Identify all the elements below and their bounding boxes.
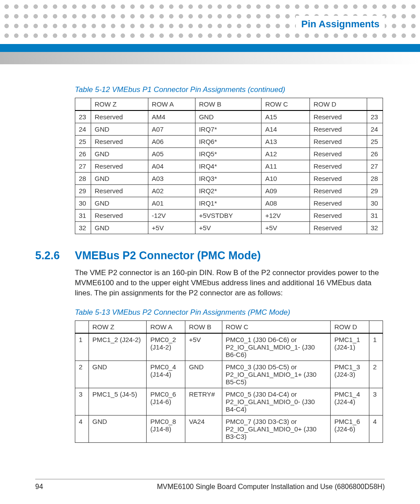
table-cell: +5V <box>195 222 261 234</box>
table-cell: GND <box>88 361 147 388</box>
table-cell: Reserved <box>310 197 367 210</box>
document-title: MVME6100 Single Board Computer Installat… <box>157 483 385 491</box>
table-cell: A15 <box>262 110 310 123</box>
table-cell: Reserved <box>310 210 367 222</box>
page-content: Table 5-12 VMEbus P1 Connector Pin Assig… <box>0 70 420 443</box>
table-cell: GND <box>91 123 148 136</box>
table-cell: 24 <box>367 123 383 136</box>
table-cell: VA24 <box>185 415 222 442</box>
page-header: Pin Assignments <box>0 0 420 70</box>
table-cell: RETRY# <box>185 388 222 415</box>
table-cell: AM4 <box>148 110 195 123</box>
table1-header-cell: ROW Z <box>91 98 148 111</box>
table2-header-cell: ROW A <box>147 320 185 333</box>
table-cell: IRQ7* <box>195 123 261 136</box>
table-cell: 3 <box>369 388 383 415</box>
table1-header-cell: ROW D <box>310 98 367 111</box>
table-cell: GND <box>91 197 148 210</box>
table-cell: A07 <box>148 123 195 136</box>
table-cell: 27 <box>367 160 383 173</box>
table2-header-row: ROW Z ROW A ROW B ROW C ROW D <box>75 320 383 333</box>
table-row: 24GNDA07IRQ7*A14Reserved24 <box>75 123 383 136</box>
table-cell: A05 <box>148 148 195 160</box>
table-cell: A11 <box>262 160 310 173</box>
table-cell: PMC1_1 (J24-1) <box>331 333 369 361</box>
table-cell: 26 <box>367 148 383 160</box>
table-cell: PMC0_2 (J14-2) <box>147 333 185 361</box>
table-row: 27ReservedA04IRQ4*A11Reserved27 <box>75 160 383 173</box>
table-cell: A01 <box>148 197 195 210</box>
table-cell: IRQ4* <box>195 160 261 173</box>
table-cell: IRQ1* <box>195 197 261 210</box>
table-cell: 2 <box>369 361 383 388</box>
table-cell: Reserved <box>91 210 148 222</box>
table1-header-cell: ROW A <box>148 98 195 111</box>
table-row: 23ReservedAM4GNDA15Reserved23 <box>75 110 383 123</box>
table-cell: PMC0_4 (J14-4) <box>147 361 185 388</box>
table-cell: GND <box>91 173 148 185</box>
section-body: The VME P2 connector is an 160-pin DIN. … <box>75 268 380 298</box>
table1-header-cell <box>75 98 91 111</box>
table-cell: A10 <box>262 173 310 185</box>
table2-header-cell <box>75 320 89 333</box>
table-p1-pin-assignments: ROW Z ROW A ROW B ROW C ROW D 23Reserved… <box>75 98 383 234</box>
table-cell: Reserved <box>310 110 367 123</box>
table-cell: PMC1_4 (J24-4) <box>331 388 369 415</box>
table-cell: GND <box>88 415 147 442</box>
table-cell: 30 <box>75 197 91 210</box>
table-cell: A14 <box>262 123 310 136</box>
table-row: 26GNDA05IRQ5*A12Reserved26 <box>75 148 383 160</box>
table-cell: 29 <box>367 185 383 197</box>
table-cell: 30 <box>367 197 383 210</box>
table-cell: GND <box>91 222 148 234</box>
header-blue-bar <box>0 44 420 52</box>
table-cell: 3 <box>75 388 89 415</box>
table-cell: 28 <box>75 173 91 185</box>
table-cell: IRQ5* <box>195 148 261 160</box>
table-cell: +5V <box>185 333 222 361</box>
table-cell: A04 <box>148 160 195 173</box>
table-cell: 24 <box>75 123 91 136</box>
table-cell: GND <box>91 148 148 160</box>
table-cell: 23 <box>367 110 383 123</box>
table-row: 31Reserved-12V+5VSTDBY+12VReserved31 <box>75 210 383 222</box>
table-row: 29ReservedA02IRQ2*A09Reserved29 <box>75 185 383 197</box>
table-cell: PMC1_5 (J4-5) <box>88 388 147 415</box>
table-cell: IRQ6* <box>195 136 261 148</box>
table-cell: -12V <box>148 210 195 222</box>
table-cell: Reserved <box>91 110 148 123</box>
table-cell: +5VSTDBY <box>195 210 261 222</box>
table2-caption: Table 5-13 VMEbus P2 Connector Pin Assig… <box>75 308 385 317</box>
table-cell: Reserved <box>310 136 367 148</box>
table-cell: PMC1_6 (J24-6) <box>331 415 369 442</box>
table-cell: PMC0_5 (J30 D4-C4) or P2_IO_GLAN1_MDIO_0… <box>222 388 331 415</box>
table-row: 2GNDPMC0_4 (J14-4)GNDPMC0_3 (J30 D5-C5) … <box>75 361 383 388</box>
table-cell: 29 <box>75 185 91 197</box>
table-cell: Reserved <box>310 148 367 160</box>
page-footer: 94 MVME6100 Single Board Computer Instal… <box>35 479 385 491</box>
section-heading: 5.2.6 VMEBus P2 Connector (PMC Mode) <box>35 249 385 262</box>
table-row: 25ReservedA06IRQ6*A13Reserved25 <box>75 136 383 148</box>
table-cell: Reserved <box>310 123 367 136</box>
table-cell: PMC0_6 (J14-6) <box>147 388 185 415</box>
table-cell: Reserved <box>310 173 367 185</box>
table-cell: A09 <box>262 185 310 197</box>
table2-header-cell: ROW D <box>331 320 369 333</box>
table-cell: +5V <box>262 222 310 234</box>
table-cell: +12V <box>262 210 310 222</box>
table-cell: 1 <box>369 333 383 361</box>
table-cell: 27 <box>75 160 91 173</box>
table-cell: A02 <box>148 185 195 197</box>
table-cell: 1 <box>75 333 89 361</box>
table-cell: 23 <box>75 110 91 123</box>
table-cell: GND <box>185 361 222 388</box>
table2-header-cell: ROW C <box>222 320 331 333</box>
table-cell: PMC0_7 (J30 D3-C3) or P2_IO_GLAN1_MDIO_0… <box>222 415 331 442</box>
table-cell: +5V <box>148 222 195 234</box>
header-title: Pin Assignments <box>296 16 385 33</box>
table-cell: A03 <box>148 173 195 185</box>
table1-caption: Table 5-12 VMEbus P1 Connector Pin Assig… <box>75 85 385 94</box>
table-cell: PMC0_8 (J14-8) <box>147 415 185 442</box>
table-cell: Reserved <box>310 185 367 197</box>
table-cell: 31 <box>75 210 91 222</box>
